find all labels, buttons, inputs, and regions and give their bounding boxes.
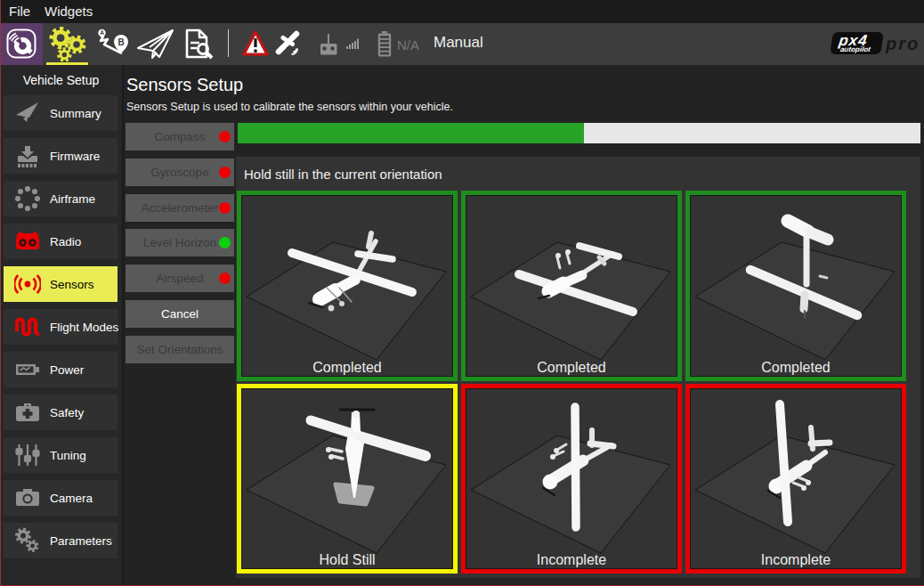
svg-text:B: B (118, 37, 124, 47)
svg-text:A: A (100, 29, 104, 36)
